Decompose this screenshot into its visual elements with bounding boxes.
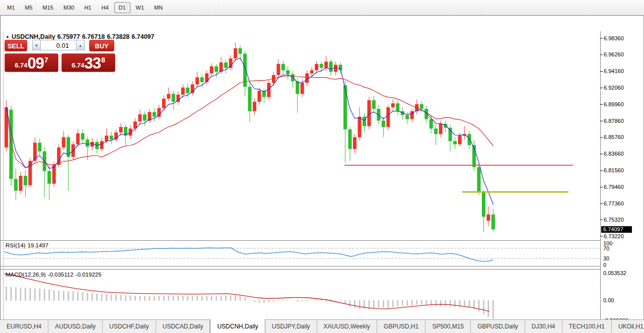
bar-low-value: 6.73828: [107, 33, 129, 40]
chart-tab-usdcnh-daily[interactable]: USDCNH,Daily: [210, 319, 265, 333]
rsi-indicator-label: RSI(14)19.1497: [6, 242, 50, 248]
chart-tab-usdchf-daily[interactable]: USDCHF,Daily: [103, 320, 156, 333]
chart-tab-tech100-h1[interactable]: TECH100,H1: [562, 320, 612, 333]
chart-tab-audusd-daily[interactable]: AUDUSD,Daily: [48, 320, 103, 333]
timeframe-button-h1[interactable]: H1: [80, 2, 96, 13]
rsi-value: 19.1497: [28, 242, 49, 248]
mt4-application-window: M1M5M15M30H1H4D1W1MN ▲USDCNH,Daily6.7597…: [0, 0, 644, 333]
volume-field[interactable]: 0.01: [41, 40, 76, 50]
bar-open-value: 6.75977: [57, 33, 80, 40]
timeframe-button-mn[interactable]: MN: [150, 2, 167, 13]
bar-close-value: 6.74097: [131, 33, 154, 40]
chart-tab-usdcad-daily[interactable]: USDCAD,Daily: [156, 320, 210, 333]
sell-button[interactable]: SELL: [5, 40, 27, 51]
buy-button[interactable]: BUY: [89, 40, 114, 51]
macd-value: -0.035112: [48, 272, 74, 278]
chart-tab-ukoil-h1[interactable]: UKOil,H1: [612, 320, 644, 333]
bar-high-value: 6.76718: [82, 33, 105, 40]
timeframe-button-m15[interactable]: M15: [38, 2, 58, 13]
chart-tab-eurusd-h4[interactable]: EURUSD,H4: [0, 320, 48, 333]
sell-price-base: 6.74: [15, 61, 27, 69]
chart-tab-bar: EURUSD,H4AUDUSD,DailyUSDCHF,DailyUSDCAD,…: [0, 319, 644, 333]
volume-stepper: ▼ 0.01 ▲: [32, 40, 85, 51]
timeframe-button-group: M1M5M15M30H1H4D1W1MN: [2, 2, 168, 14]
buy-price-base: 6.74: [71, 61, 84, 69]
macd-signal-value: -0.019225: [76, 272, 102, 278]
timeframe-button-m5[interactable]: M5: [20, 2, 37, 13]
sell-price-point: 7: [44, 56, 48, 64]
timeframe-button-m1[interactable]: M1: [3, 2, 19, 13]
chart-symbol-period: USDCNH,Daily: [12, 33, 55, 40]
buy-price-pips: 33: [85, 57, 101, 70]
timeframe-button-m30[interactable]: M30: [59, 2, 79, 13]
chart-tab-sp500-m15[interactable]: SP500,M15: [425, 320, 471, 333]
macd-indicator-label: MACD(12,26,9)-0.035112-0.019225: [6, 272, 104, 278]
volume-decrease-button[interactable]: ▼: [32, 40, 41, 50]
chart-ohlc-readout: ▲USDCNH,Daily6.759776.767186.738286.7409…: [6, 33, 157, 40]
collapse-marker-icon[interactable]: ▲: [6, 34, 10, 39]
chart-tab-usdjpy-daily[interactable]: USDJPY,Daily: [265, 320, 317, 333]
sell-price-pips: 09: [28, 57, 44, 70]
rsi-name: RSI(14): [6, 242, 26, 248]
timeframe-button-h4[interactable]: H4: [97, 2, 113, 13]
current-price-tag: 6.74097: [601, 226, 632, 233]
spinner-down-icon: ▼: [35, 44, 38, 47]
spinner-up-icon: ▲: [79, 44, 82, 47]
chart-tab-xauusd-weekly[interactable]: XAUUSD,Weekly: [317, 320, 377, 333]
macd-name: MACD(12,26,9): [6, 272, 46, 278]
chart-tab-gbpusd-h1[interactable]: GBPUSD,H1: [377, 320, 425, 333]
volume-increase-button[interactable]: ▲: [76, 40, 85, 50]
buy-price-point: 8: [101, 56, 105, 64]
chart-window: ▲USDCNH,Daily6.759776.767186.738286.7409…: [0, 15, 644, 320]
sell-price-display[interactable]: 6.74097: [5, 53, 58, 72]
timeframe-button-w1[interactable]: W1: [131, 2, 149, 13]
timeframe-toolbar: M1M5M15M30H1H4D1W1MN: [0, 0, 644, 15]
chart-tab-gbpusd-daily[interactable]: GBPUSD,Daily: [471, 320, 525, 333]
one-click-trading-widget: SELL ▼ 0.01 ▲ BUY 6.74097 6.74338: [5, 40, 116, 72]
chart-tab-dj30-h4[interactable]: DJ30,H4: [525, 320, 562, 333]
buy-price-display[interactable]: 6.74338: [61, 53, 115, 72]
toolbar-separator: [127, 2, 128, 13]
